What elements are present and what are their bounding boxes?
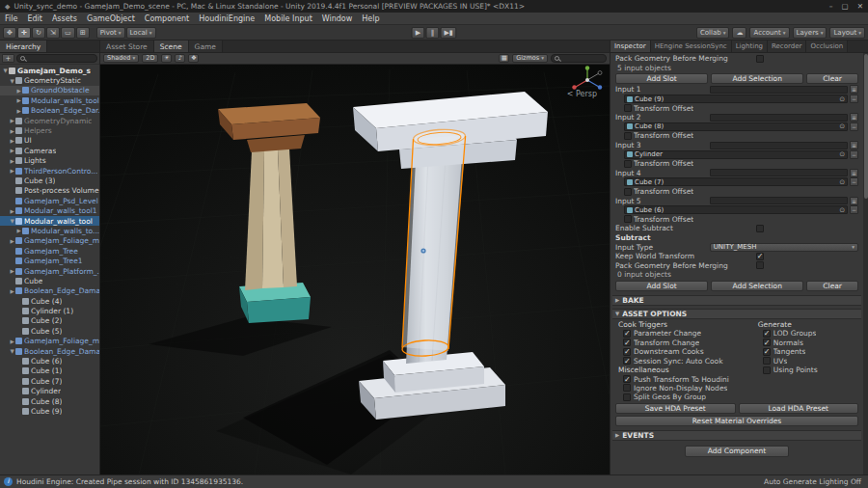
menu-item[interactable]: Help	[357, 13, 384, 25]
add-component-button[interactable]: Add Component	[685, 446, 789, 457]
remove-input-button[interactable]: −	[850, 150, 858, 159]
scene-view-tab[interactable]: Game	[189, 41, 223, 53]
checkbox[interactable]	[623, 348, 631, 356]
hierarchy-item[interactable]: ▶ Modular_walls_tool	[0, 95, 99, 105]
input-field[interactable]	[710, 114, 848, 122]
asset-options-section-header[interactable]: ▼ ASSET OPTIONS	[612, 309, 861, 319]
transform-offset-checkbox[interactable]	[624, 215, 632, 223]
hierarchy-item[interactable]: ▶ GameJam_Platform_...	[0, 266, 99, 276]
pivot-toggle-button[interactable]: Pivot ▾	[96, 27, 125, 39]
object-picker-icon[interactable]: ⊙	[839, 150, 845, 158]
input-object-field[interactable]: Cube (8) ⊙	[624, 122, 848, 131]
gizmos-dropdown[interactable]: Gizmos ▾	[512, 54, 548, 63]
clear-button[interactable]: Clear	[806, 73, 858, 84]
foldout-arrow-icon[interactable]: ▶	[9, 158, 15, 164]
foldout-arrow-icon[interactable]: ▶	[9, 118, 15, 123]
create-object-button[interactable]: +	[2, 54, 14, 63]
maximize-button[interactable]: ▢	[842, 2, 849, 11]
hand-tool-button[interactable]: ✥	[3, 27, 16, 39]
hierarchy-item[interactable]: Cylinder (1)	[0, 306, 99, 315]
scene-search-input[interactable]	[551, 54, 607, 63]
checkbox[interactable]	[623, 357, 631, 365]
input-object-field[interactable]: Cube (9) ⊙	[624, 95, 848, 103]
foldout-arrow-icon[interactable]: ▼	[2, 68, 9, 73]
play-button[interactable]: ▶	[411, 27, 424, 39]
hierarchy-item[interactable]: Cylinder	[0, 387, 99, 396]
checkbox[interactable]	[763, 348, 771, 356]
object-picker-icon[interactable]: ⊙	[839, 178, 845, 186]
scene-view-tab[interactable]: Asset Store	[100, 41, 154, 53]
account-button[interactable]: Account ▾	[749, 27, 789, 39]
rotate-tool-button[interactable]: ↻	[32, 27, 45, 39]
checkbox[interactable]	[763, 339, 771, 346]
input-options-button[interactable]: ≡	[850, 197, 858, 205]
hierarchy-item[interactable]: Cube (4)	[0, 296, 99, 306]
foldout-arrow-icon[interactable]: ▶	[9, 128, 15, 134]
checkbox[interactable]	[763, 357, 771, 365]
hierarchy-item[interactable]: ▶ GameJam_Foliage_m...	[0, 236, 99, 246]
checkbox[interactable]	[763, 366, 771, 374]
foldout-arrow-icon[interactable]: ▶	[9, 288, 15, 294]
events-section-header[interactable]: ▶ EVENTS	[612, 430, 861, 441]
object-picker-icon[interactable]: ⊙	[839, 122, 845, 130]
hierarchy-item[interactable]: GameJam_Psd_Level	[0, 196, 99, 205]
hierarchy-item[interactable]: Cube (2)	[0, 316, 99, 326]
foldout-arrow-icon[interactable]: ▶	[9, 148, 15, 153]
shading-mode-dropdown[interactable]: Shaded ▾	[103, 54, 139, 63]
checkbox[interactable]	[623, 393, 631, 401]
enable-subtract-checkbox[interactable]	[756, 225, 764, 232]
input-type-dropdown[interactable]: UNITY_MESH ▾	[710, 243, 858, 252]
hierarchy-item[interactable]: ▶ Cameras	[0, 146, 99, 155]
hierarchy-item[interactable]: ▶ UI	[0, 136, 99, 146]
pause-button[interactable]: ‖	[425, 27, 439, 39]
pack-geometry-subtract-checkbox[interactable]	[756, 261, 764, 269]
hierarchy-item[interactable]: Cube (6)	[0, 356, 99, 366]
local-toggle-button[interactable]: Local ▾	[126, 27, 156, 39]
object-picker-icon[interactable]: ⊙	[839, 95, 845, 103]
remove-input-button[interactable]: −	[850, 177, 858, 186]
hierarchy-item[interactable]: Cube (3)	[0, 176, 99, 185]
foldout-arrow-icon[interactable]: ▶	[15, 228, 22, 233]
transform-tool-button[interactable]: ⊞	[76, 27, 90, 39]
hierarchy-item[interactable]: ▶ GroundObstacle	[0, 86, 99, 95]
foldout-arrow-icon[interactable]: ▶	[9, 208, 15, 214]
hierarchy-item[interactable]: Cube	[0, 276, 99, 285]
foldout-arrow-icon[interactable]: ▶	[9, 138, 15, 144]
transform-offset-checkbox[interactable]	[624, 188, 632, 196]
input-field[interactable]	[710, 197, 848, 204]
hierarchy-item[interactable]: ▶ ThirdPersonContro...	[0, 166, 99, 176]
input-options-button[interactable]: ≡	[850, 141, 858, 149]
menu-item[interactable]: Component	[140, 13, 194, 25]
rect-tool-button[interactable]: ▭	[61, 27, 75, 39]
foldout-arrow-icon[interactable]: ▶	[15, 97, 22, 103]
remove-input-button[interactable]: −	[850, 122, 858, 131]
scale-tool-button[interactable]: ⇲	[46, 27, 60, 39]
scene-view-tab[interactable]: Scene	[154, 41, 189, 53]
menu-item[interactable]: GameObject	[82, 13, 140, 25]
input-object-field[interactable]: Cube (6) ⊙	[624, 205, 848, 214]
scrollbar-thumb[interactable]	[864, 54, 868, 199]
checkbox[interactable]	[623, 339, 631, 346]
hierarchy-item[interactable]: ▶ Boolean_Edge_Dar...	[0, 106, 99, 116]
inspector-tab[interactable]: HEngine SessionSync	[651, 41, 732, 53]
input-field[interactable]	[710, 169, 848, 176]
foldout-arrow-icon[interactable]: ▶	[9, 168, 15, 174]
checkbox[interactable]	[623, 330, 631, 338]
input-options-button[interactable]: ≡	[850, 85, 858, 94]
inspector-tab[interactable]: Recorder	[768, 41, 806, 53]
inspector-tab[interactable]: Inspector	[610, 41, 651, 53]
menu-item[interactable]: File	[0, 13, 22, 25]
save-hda-preset-button[interactable]: Save HDA Preset	[615, 403, 736, 414]
hierarchy-item[interactable]: ▶ Helpers	[0, 125, 99, 135]
subtract-add-slot-button[interactable]: Add Slot	[615, 281, 708, 291]
transform-offset-checkbox[interactable]	[624, 132, 632, 140]
hierarchy-item[interactable]: GameJam_Tree1	[0, 256, 99, 265]
hierarchy-item[interactable]: Cube (5)	[0, 326, 99, 336]
transform-offset-checkbox[interactable]	[624, 160, 632, 168]
minimize-button[interactable]: –	[829, 2, 833, 11]
bake-section-header[interactable]: ▶ BAKE	[612, 295, 861, 306]
hierarchy-item[interactable]: ▶ Lights	[0, 156, 99, 166]
menu-item[interactable]: Mobile Input	[259, 13, 317, 25]
hierarchy-item[interactable]: ▶ GameJam_Foliage_m...	[0, 337, 99, 346]
checkbox[interactable]	[763, 330, 771, 338]
